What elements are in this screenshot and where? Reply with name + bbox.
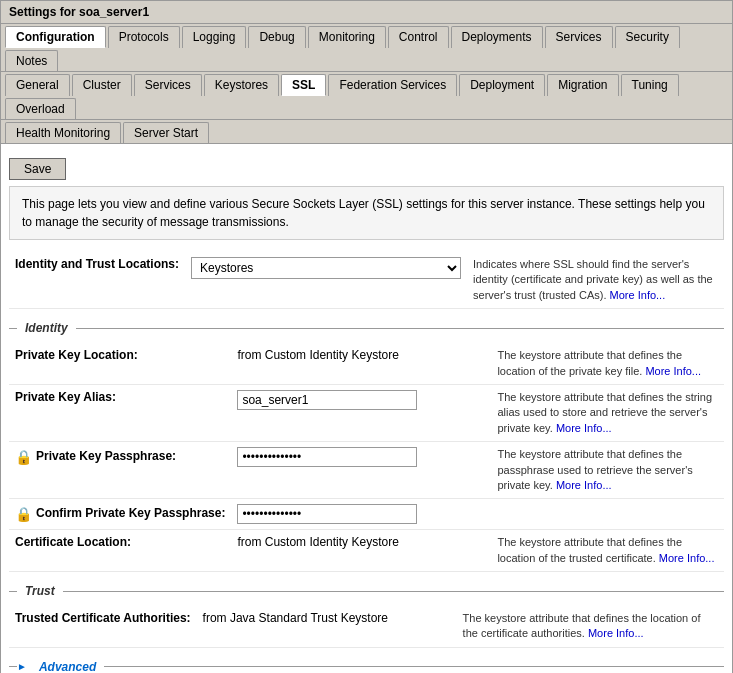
tab-protocols[interactable]: Protocols [108,26,180,48]
private-key-passphrase-input[interactable] [237,447,417,467]
table-row: 🔒 Confirm Private Key Passphrase: [9,499,724,530]
private-key-passphrase-help: The keystore attribute that defines the … [491,442,724,499]
tab-logging[interactable]: Logging [182,26,247,48]
identity-trust-more-info[interactable]: More Info... [610,289,666,301]
cert-location-help: The keystore attribute that defines the … [491,530,724,572]
table-row: Certificate Location: from Custom Identi… [9,530,724,572]
identity-trust-label: Identity and Trust Locations: [9,252,185,309]
description-box: This page lets you view and define vario… [9,186,724,240]
table-row: Trusted Certificate Authorities: from Ja… [9,606,724,647]
adv-header-line-right [104,666,724,667]
private-key-location-label: Private Key Location: [9,343,231,384]
identity-trust-row: Identity and Trust Locations: Keystores … [9,252,724,309]
window-title: Settings for soa_server1 [1,1,732,24]
trust-table: Trusted Certificate Authorities: from Ja… [9,606,724,648]
table-row: Private Key Location: from Custom Identi… [9,343,724,384]
content-area: Save This page lets you view and define … [1,144,732,673]
tab-overload[interactable]: Overload [5,98,76,119]
tab-row-2: General Cluster Services Keystores SSL F… [1,72,732,120]
tab-services[interactable]: Services [545,26,613,48]
tab-notes[interactable]: Notes [5,50,58,71]
private-key-passphrase-label: 🔒 Private Key Passphrase: [9,442,231,499]
trust-header-line-left [9,591,17,592]
identity-trust-table: Identity and Trust Locations: Keystores … [9,252,724,309]
cert-location-more-info[interactable]: More Info... [659,552,715,564]
lock-icon-confirm: 🔒 [15,506,32,522]
advanced-arrow-icon: ► [17,661,27,672]
private-key-alias-input[interactable] [237,390,417,410]
confirm-passphrase-input[interactable] [237,504,417,524]
private-key-alias-label: Private Key Alias: [9,384,231,441]
trusted-ca-help: The keystore attribute that defines the … [457,606,724,647]
tab-health-monitoring[interactable]: Health Monitoring [5,122,121,143]
table-row: 🔒 Private Key Passphrase: The keystore a… [9,442,724,499]
trust-header-line-right [63,591,724,592]
tab-control[interactable]: Control [388,26,449,48]
private-key-location-value: from Custom Identity Keystore [231,343,491,384]
private-key-alias-help: The keystore attribute that defines the … [491,384,724,441]
tab-deployment[interactable]: Deployment [459,74,545,96]
advanced-section-header: ► Advanced [9,656,724,673]
confirm-passphrase-value [231,499,491,530]
advanced-header-label[interactable]: Advanced [31,660,104,673]
trusted-ca-more-info[interactable]: More Info... [588,627,644,639]
identity-trust-help: Indicates where SSL should find the serv… [467,252,724,309]
tab-configuration[interactable]: Configuration [5,26,106,48]
tab-debug[interactable]: Debug [248,26,305,48]
table-row: Private Key Alias: The keystore attribut… [9,384,724,441]
private-key-alias-more-info[interactable]: More Info... [556,422,612,434]
identity-header-label: Identity [17,321,76,335]
tab-federation-services[interactable]: Federation Services [328,74,457,96]
identity-trust-select[interactable]: Keystores SSL [191,257,461,279]
identity-trust-value-cell: Keystores SSL [185,252,467,309]
private-key-location-help: The keystore attribute that defines the … [491,343,724,384]
cert-location-label: Certificate Location: [9,530,231,572]
tab-deployments[interactable]: Deployments [451,26,543,48]
confirm-passphrase-label: 🔒 Confirm Private Key Passphrase: [9,499,231,530]
private-key-location-more-info[interactable]: More Info... [645,365,701,377]
trusted-ca-label: Trusted Certificate Authorities: [9,606,197,647]
identity-section-header: Identity [9,317,724,339]
lock-icon: 🔒 [15,449,32,465]
trust-section-header: Trust [9,580,724,602]
cert-location-value: from Custom Identity Keystore [231,530,491,572]
tab-tuning[interactable]: Tuning [621,74,679,96]
identity-header-line-right [76,328,724,329]
tab-server-start[interactable]: Server Start [123,122,209,143]
tab-keystores[interactable]: Keystores [204,74,279,96]
tab-migration[interactable]: Migration [547,74,618,96]
description-text: This page lets you view and define vario… [22,197,705,229]
private-key-passphrase-more-info[interactable]: More Info... [556,479,612,491]
tab-services2[interactable]: Services [134,74,202,96]
tab-monitoring[interactable]: Monitoring [308,26,386,48]
tab-security[interactable]: Security [615,26,680,48]
tab-row-1: Configuration Protocols Logging Debug Mo… [1,24,732,72]
trust-header-label: Trust [17,584,63,598]
tab-row-3: Health Monitoring Server Start [1,120,732,144]
private-key-passphrase-value [231,442,491,499]
tab-general[interactable]: General [5,74,70,96]
save-button-top[interactable]: Save [9,158,66,180]
confirm-passphrase-help [491,499,724,530]
adv-header-line-left [9,666,17,667]
identity-table: Private Key Location: from Custom Identi… [9,343,724,572]
tab-ssl[interactable]: SSL [281,74,326,96]
tab-cluster[interactable]: Cluster [72,74,132,96]
identity-header-line-left [9,328,17,329]
trusted-ca-value: from Java Standard Trust Keystore [197,606,457,647]
private-key-alias-value [231,384,491,441]
